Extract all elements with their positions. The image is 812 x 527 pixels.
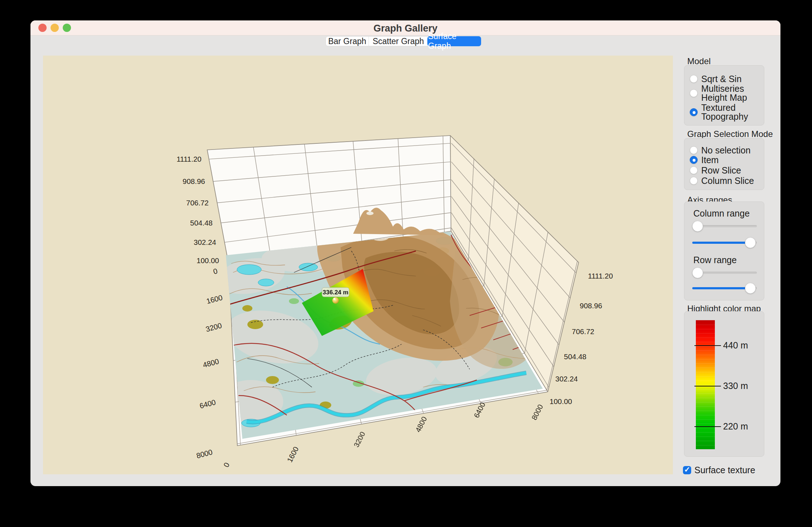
radio-multiseries-height-map[interactable]: Multiseries Height Map [690,84,747,103]
model-group: Sqrt & Sin Multiseries Height Map Textur… [684,65,764,125]
marker-highlight [333,298,335,300]
radio-row-slice[interactable]: Row Slice [690,165,741,175]
tab-scatter-graph[interactable]: Scatter Graph [369,37,428,46]
axis-tick-label: 706.72 [186,199,209,207]
peak-cap [366,212,374,215]
column-range-label: Column range [693,208,750,219]
radio-no-selection[interactable]: No selection [690,145,751,155]
row-range-label: Row range [693,255,737,265]
radio-on-icon [690,108,698,116]
axis-tick-label: 302.24 [555,375,578,383]
column-range-max-slider[interactable] [692,237,757,248]
tab-bar-graph[interactable]: Bar Graph [326,37,369,46]
radio-sqrt-sin[interactable]: Sqrt & Sin [690,73,742,84]
selection-mode-heading: Graph Selection Mode [687,129,773,139]
radio-off-icon [690,166,698,174]
window-title: Graph Gallery [30,23,780,34]
colormap-group: 440 m 330 m 220 m [684,311,764,457]
colormap-tick-label: 440 m [723,340,748,351]
selection-mode-group: No selection Item Row Slice Column Slice [684,138,764,190]
slider-thumb[interactable] [745,237,756,248]
checkbox-checked-icon[interactable] [683,466,691,474]
color-gradient-bar [696,320,715,449]
tab-surface-graph[interactable]: Surface Graph [427,36,481,46]
radio-off-icon [690,177,698,185]
colormap-tick-label: 220 m [723,421,748,432]
axis-tick-label: 504.48 [190,219,213,227]
selected-point-marker[interactable] [332,297,339,304]
axis-tick-label: 908.96 [182,177,205,185]
slider-thumb[interactable] [692,267,703,278]
surface-graph-3d-view[interactable]: 336.24 m 1111.20908.96706.72504.48302.24… [43,56,673,474]
radio-off-icon [690,89,698,97]
slider-thumb[interactable] [745,283,756,294]
model-heading: Model [687,56,711,66]
surface-texture-label: Surface texture [694,465,755,475]
axis-tick-label: 908.96 [580,302,602,310]
row-range-min-slider[interactable] [692,267,757,278]
radio-off-icon [690,75,698,83]
surface-texture-checkbox-row[interactable]: Surface texture [683,465,755,475]
axis-tick-label: 100.00 [196,256,219,265]
axis-tick-label: 100.00 [550,397,572,405]
radio-column-slice[interactable]: Column Slice [690,176,754,186]
axis-tick-label: 504.48 [564,352,587,361]
screen: Graph Gallery Bar Graph Scatter Graph Su… [0,0,812,527]
slider-fill [692,287,750,289]
graph-type-tabs: Bar Graph Scatter Graph Surface Graph [326,36,481,46]
slider-fill [692,242,750,244]
titlebar: Graph Gallery [30,20,780,35]
column-range-min-slider[interactable] [692,221,757,232]
app-window: Graph Gallery Bar Graph Scatter Graph Su… [30,20,780,486]
axis-tick-label: 706.72 [572,327,594,336]
graph-tooltip: 336.24 m [322,288,349,297]
radio-item[interactable]: Item [690,155,719,165]
radio-off-icon [690,146,698,154]
colormap-tick [694,345,721,346]
tooltip-value: 336.24 m [323,289,348,296]
colormap-tick-label: 330 m [723,381,748,391]
radio-textured-topography[interactable]: Textured Topography [690,103,748,122]
colormap-tick [694,426,721,427]
axis-tick-label: 1111.20 [176,155,201,163]
slider-thumb[interactable] [692,221,703,232]
colormap-tick [694,386,721,386]
axis-tick-label: 1111.20 [588,272,613,280]
radio-on-icon [690,156,698,164]
axis-tick-label: 302.24 [194,238,216,246]
row-range-max-slider[interactable] [692,283,757,294]
axis-ranges-group: Column range Row range [684,201,764,300]
